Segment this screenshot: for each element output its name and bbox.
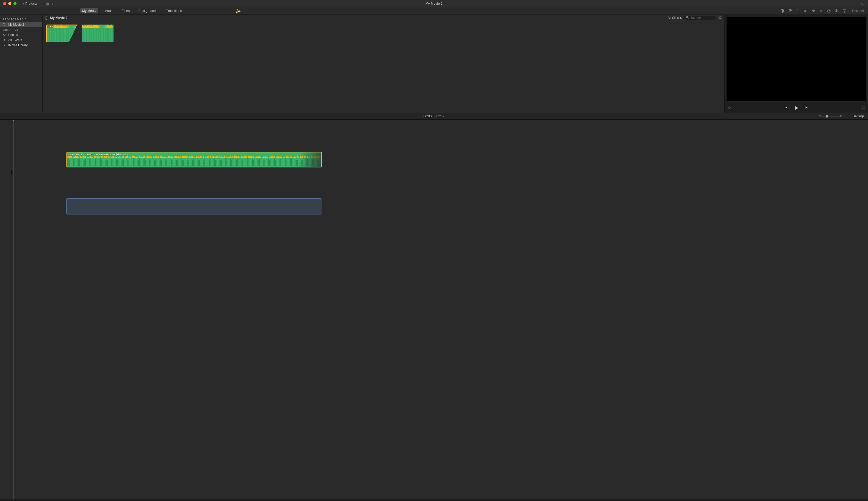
time-total: 02:17 [437,115,445,118]
sidebar-item-imovie-library[interactable]: ▶ iMovie Library [0,43,42,48]
color-balance-icon[interactable] [780,9,784,13]
filter-icon[interactable] [835,9,839,13]
disclosure-icon[interactable]: ▶ [3,44,6,47]
sidebar-item-project[interactable]: 🎬 My Movie 2 [0,22,42,27]
stabilize-icon[interactable] [804,9,808,13]
zoom-in-icon: ⊞ [840,115,842,118]
sidebar-item-label: iMovie Library [8,43,28,47]
browser-header: ▯ My Movie 2 All Clips ⇅ 🔍 ⚙ [43,15,724,21]
viewer-panel [724,15,868,113]
library-sidebar: PROJECT MEDIA 🎬 My Movie 2 LIBRARIES ✿ P… [0,15,43,113]
gear-icon[interactable]: ⚙ [718,15,722,20]
titlebar: ‹ Projects ▥ ↓ My Movie 2 [0,0,868,7]
maximize-button[interactable] [13,2,17,5]
zoom-out-icon: ⊟ [819,115,821,118]
timeline-clip-label: 1.9m – ninjoi. - Passin [Thematic Exclus… [68,153,127,156]
timeline-gap-marker [11,170,12,175]
prev-button[interactable] [784,105,788,110]
import-icon[interactable]: ↓ [51,2,53,6]
updown-icon: ⇅ [680,17,682,19]
timeline-settings-button[interactable]: Settings [853,115,864,118]
adjust-toolbar: Reset All [780,9,864,13]
media-clip[interactable]: 1.9m [46,24,78,42]
time-current: 00:00 [423,115,431,118]
next-button[interactable] [805,105,809,110]
playhead[interactable] [13,120,13,499]
window-title: My Movie 2 [425,2,442,6]
info-icon[interactable] [843,9,847,13]
sidebar-header-project-media: PROJECT MEDIA [0,17,42,22]
tab-transitions[interactable]: Transitions [164,8,184,13]
sidebar-item-label: My Movie 2 [8,23,24,26]
timeline[interactable]: 1.9m – ninjoi. - Passin [Thematic Exclus… [0,120,868,499]
sidebar-item-label: All Events [8,38,22,42]
content-tabs: My Media Audio Titles Backgrounds Transi… [0,7,868,15]
tab-my-media[interactable]: My Media [80,8,98,13]
clapper-icon: 🎬 [3,23,6,26]
color-correction-icon[interactable] [788,9,792,13]
fullscreen-button[interactable] [861,106,865,110]
divider [41,2,41,6]
divider [20,2,20,6]
minimize-button[interactable] [8,2,11,5]
browser-project-name: My Movie 2 [50,16,67,20]
voiceover-button[interactable] [728,106,731,110]
enhance-icon[interactable]: ✨ [235,9,241,14]
clip-fade [69,24,78,42]
layout-icon[interactable]: ▥ [46,2,49,6]
timeline-header: 00:00 / 02:17 ⊟ ⊞ Settings [0,113,868,120]
speed-icon[interactable] [827,9,831,13]
star-icon: ★ [3,38,6,42]
media-clip[interactable] [82,24,114,42]
toggle-sidebar-icon[interactable]: ▯ [45,15,48,20]
viewer-canvas[interactable] [726,17,866,101]
noise-reduction-icon[interactable] [819,9,823,13]
svg-point-5 [805,10,806,11]
tab-titles[interactable]: Titles [120,8,132,13]
sidebar-item-label: Photos [8,33,18,37]
search-icon: 🔍 [686,16,690,19]
clips-grid: 1.9m [43,21,724,113]
sidebar-header-libraries: LIBRARIES [0,27,42,32]
tab-audio[interactable]: Audio [103,8,115,13]
search-input[interactable] [691,16,712,20]
tab-backgrounds[interactable]: Backgrounds [137,8,159,13]
volume-icon[interactable] [812,9,816,13]
reset-all-button[interactable]: Reset All [852,9,864,13]
footer [0,499,868,501]
zoom-slider[interactable]: ⊟ ⊞ [819,115,842,118]
time-display: 00:00 / 02:17 [423,115,445,118]
close-button[interactable] [3,2,6,5]
projects-label: Projects [25,2,38,6]
svg-rect-10 [729,106,730,108]
traffic-lights [3,2,17,5]
timeline-clip-fade [272,152,321,167]
timeline-record-region[interactable] [66,199,322,214]
photos-icon: ✿ [3,33,6,37]
share-icon[interactable] [861,1,865,6]
chevron-left-icon: ‹ [23,2,24,6]
timeline-audio-clip[interactable]: 1.9m – ninjoi. - Passin [Thematic Exclus… [66,152,322,168]
zoom-track[interactable] [822,116,839,117]
projects-back-button[interactable]: ‹ Projects [23,2,38,6]
zoom-thumb[interactable] [826,115,828,118]
media-browser: ▯ My Movie 2 All Clips ⇅ 🔍 ⚙ 1.9m [43,15,724,113]
sidebar-item-all-events[interactable]: ★ All Events [0,38,42,43]
sidebar-item-photos[interactable]: ✿ Photos [0,32,42,38]
play-button[interactable] [794,105,799,111]
time-sep: / [433,115,435,118]
clip-filter-dropdown[interactable]: All Clips ⇅ [668,16,682,20]
clip-waveform-body [82,28,114,42]
transport-bar [724,103,868,113]
clip-duration-badge: 1.9m [47,25,53,28]
crop-icon[interactable] [796,9,800,13]
playback-controls [784,105,809,111]
clip-waveform-top [82,24,114,28]
search-box[interactable]: 🔍 [684,16,715,20]
svg-point-3 [789,11,791,12]
